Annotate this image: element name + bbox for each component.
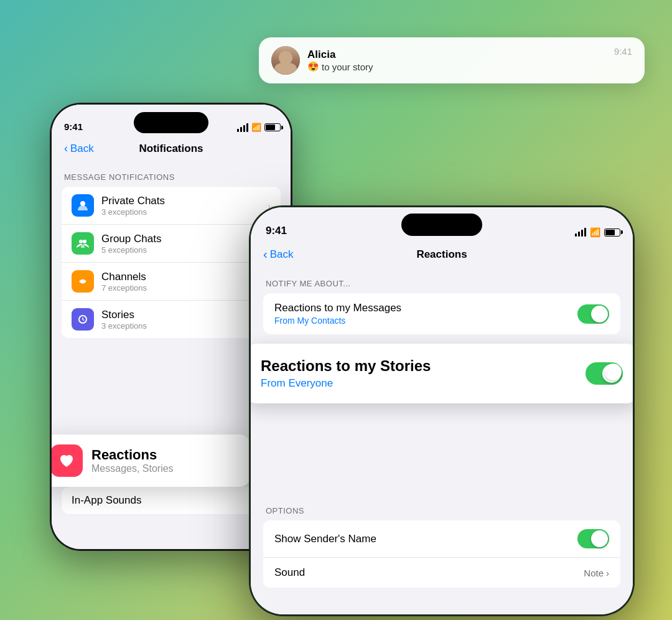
dynamic-island-front (401, 214, 482, 236)
banner-name: Alicia (307, 49, 607, 61)
reactions-messages-text: Reactions to my Messages From My Contact… (274, 302, 401, 326)
options-list: Show Sender's Name Sound Note › (263, 520, 620, 588)
battery-icon-back (264, 123, 281, 131)
story-reactions-sub: From Everyone (261, 377, 431, 390)
phone-reactions: 9:41 📶 ‹ Ba (249, 205, 635, 616)
reactions-popup-text: Reactions Messages, Stories (91, 447, 174, 474)
wifi-icon-back: 📶 (251, 123, 261, 132)
dynamic-island-back (134, 112, 208, 133)
sound-item[interactable]: Sound Note › (263, 558, 620, 588)
reaction-emoji: 😍 (307, 61, 319, 72)
story-reactions-title: Reactions to my Stories (261, 357, 431, 375)
list-item-channels[interactable]: Channels 7 exceptions › (62, 263, 281, 301)
reactions-popup-icon (52, 444, 83, 477)
sound-text: Sound (274, 566, 305, 579)
signal-icon-front (575, 228, 586, 237)
story-reactions-card: Reactions to my Stories From Everyone (251, 344, 633, 403)
notification-banner: Alicia 😍 to your story 9:41 (259, 37, 645, 83)
reactions-messages-toggle[interactable] (577, 304, 609, 324)
options-section: OPTIONS Show Sender's Name Sound (251, 496, 633, 588)
list-item-group-chats[interactable]: Group Chats 5 exceptions › (62, 225, 281, 263)
story-reactions-text: Reactions to my Stories From Everyone (261, 357, 431, 390)
channels-icon (72, 270, 94, 293)
svg-point-0 (80, 201, 85, 206)
stories-text: Stories 3 exceptions (101, 309, 260, 331)
private-chats-text: Private Chats 3 exceptions (101, 195, 260, 217)
page-title-reactions: Reactions (416, 248, 467, 261)
group-chats-icon (72, 232, 94, 255)
section-options: OPTIONS (251, 496, 633, 520)
svg-point-2 (83, 240, 86, 243)
banner-time: 9:41 (614, 46, 632, 57)
signal-icon-back (237, 123, 248, 132)
story-reactions-toggle[interactable] (586, 362, 623, 385)
private-chats-icon (72, 194, 94, 217)
show-sender-text: Show Sender's Name (274, 533, 376, 545)
notify-list: Reactions to my Messages From My Contact… (263, 293, 620, 334)
inapp-sounds-item[interactable]: In-App Sounds › (62, 487, 281, 514)
section-notify: NOTIFY ME ABOUT... (251, 269, 633, 293)
status-time-back: 9:41 (64, 121, 83, 132)
wifi-icon-front: 📶 (590, 227, 600, 237)
list-item-private-chats[interactable]: Private Chats 3 exceptions › (62, 187, 281, 225)
inapp-list: In-App Sounds › (62, 487, 281, 514)
back-button-reactions[interactable]: ‹ Back (263, 247, 293, 261)
inapp-sounds-text: In-App Sounds (72, 494, 260, 507)
section-message-notifications: MESSAGE NOTIFICATIONS (52, 162, 291, 187)
nav-bar-reactions: ‹ Back Reactions (251, 242, 633, 269)
channels-text: Channels 7 exceptions (101, 271, 260, 293)
reactions-messages-item[interactable]: Reactions to my Messages From My Contact… (263, 293, 620, 334)
group-chats-text: Group Chats 5 exceptions (101, 233, 260, 255)
page-title-notifications: Notifications (139, 143, 203, 155)
reactions-popup-card[interactable]: Reactions Messages, Stories (52, 434, 251, 487)
chevron-left-icon-front: ‹ (263, 247, 268, 261)
chevron-right-icon-sound: › (606, 568, 609, 578)
nav-bar-back: ‹ Back Notifications (52, 137, 291, 162)
banner-content: Alicia 😍 to your story (307, 49, 607, 72)
sound-value: Note › (584, 568, 609, 578)
svg-point-1 (79, 240, 83, 243)
banner-avatar (271, 46, 300, 75)
back-button-notifications[interactable]: ‹ Back (64, 142, 94, 155)
show-sender-toggle[interactable] (577, 529, 609, 548)
show-sender-item[interactable]: Show Sender's Name (263, 520, 620, 558)
chevron-left-icon: ‹ (64, 142, 68, 155)
status-time-front: 9:41 (266, 225, 287, 237)
banner-message: 😍 to your story (307, 61, 607, 72)
svg-point-3 (82, 280, 85, 283)
stories-icon (72, 308, 94, 331)
list-item-stories[interactable]: Stories 3 exceptions › (62, 301, 281, 338)
message-notifications-list: Private Chats 3 exceptions › (62, 187, 281, 338)
battery-icon-front (604, 228, 620, 237)
